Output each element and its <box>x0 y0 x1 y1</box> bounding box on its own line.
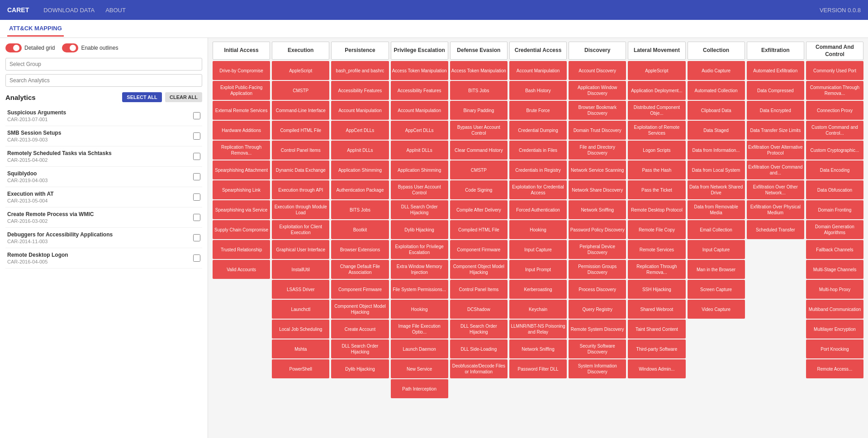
matrix-cell[interactable]: Network Service Scanning <box>569 160 626 179</box>
enable-outlines-toggle[interactable] <box>62 43 78 52</box>
matrix-cell[interactable]: Network Sniffing <box>569 200 626 219</box>
analytic-item[interactable]: Suspicious Arguments CAR-2013-07-001 <box>5 106 202 126</box>
matrix-cell[interactable]: Exploitation for Credential Access <box>509 180 567 199</box>
matrix-cell[interactable]: Application Deployment... <box>628 81 685 100</box>
matrix-cell[interactable]: SSH Hijacking <box>628 280 685 299</box>
matrix-cell[interactable]: Data Compressed <box>747 81 804 100</box>
matrix-cell[interactable]: New Service <box>391 359 448 378</box>
matrix-cell[interactable]: Data from Information... <box>688 141 745 160</box>
analytic-checkbox[interactable] <box>193 132 200 140</box>
matrix-cell[interactable]: Data from Local System <box>688 160 745 179</box>
matrix-cell[interactable]: DLL Search Order Hijacking <box>391 200 448 219</box>
matrix-cell[interactable]: Communication Through Remova... <box>806 81 863 100</box>
matrix-cell[interactable]: Hooking <box>509 220 567 239</box>
matrix-cell[interactable]: Fallback Channels <box>806 240 863 259</box>
matrix-cell[interactable]: Clear Command History <box>450 141 508 160</box>
matrix-cell[interactable]: PowerShell <box>272 359 329 378</box>
analytic-item[interactable]: SMB Session Setups CAR-2013-09-003 <box>5 126 202 146</box>
matrix-cell[interactable]: File System Permissions... <box>391 280 448 299</box>
matrix-cell[interactable]: Shared Webroot <box>628 300 685 319</box>
download-data-link[interactable]: DOWNLOAD DATA <box>43 7 95 14</box>
matrix-cell[interactable]: Control Panel Items <box>272 141 329 160</box>
matrix-cell[interactable]: Accessibility Features <box>391 81 448 100</box>
matrix-cell[interactable]: Access Token Manipulation <box>391 61 448 80</box>
matrix-cell[interactable]: AppInit DLLs <box>391 141 448 160</box>
matrix-cell[interactable]: Bootkit <box>331 220 389 239</box>
matrix-cell[interactable]: DLL Side-Loading <box>450 339 508 358</box>
matrix-cell[interactable]: Valid Accounts <box>213 260 270 279</box>
matrix-cell[interactable]: CMSTP <box>272 81 329 100</box>
analytic-item[interactable]: Debuggers for Accessibility Applications… <box>5 228 202 248</box>
matrix-cell[interactable]: Credentials in Files <box>509 141 567 160</box>
matrix-cell[interactable]: Custom Command and Control... <box>806 121 863 140</box>
matrix-cell[interactable]: Path Interception <box>391 379 448 398</box>
matrix-cell[interactable]: Launch Daemon <box>391 339 448 358</box>
matrix-cell[interactable]: Application Shimming <box>331 160 389 179</box>
matrix-cell[interactable]: AppCert DLLs <box>331 121 389 140</box>
matrix-cell[interactable]: Authentication Package <box>331 180 389 199</box>
matrix-cell[interactable]: Remote Desktop Protocol <box>628 200 685 219</box>
matrix-cell[interactable]: Compiled HTML File <box>450 220 508 239</box>
matrix-cell[interactable]: Browser Bookmark Discovery <box>569 101 626 120</box>
matrix-cell[interactable]: Exploit Public-Facing Application <box>213 81 270 100</box>
matrix-cell[interactable]: DLL Search Order Hijacking <box>331 339 389 358</box>
matrix-cell[interactable]: Input Capture <box>509 240 567 259</box>
matrix-cell[interactable]: Binary Padding <box>450 101 508 120</box>
matrix-cell[interactable]: Spearphishing via Service <box>213 200 270 219</box>
matrix-cell[interactable]: Spearphishing Attachment <box>213 160 270 179</box>
matrix-cell[interactable]: AppCert DLLs <box>391 121 448 140</box>
matrix-cell[interactable]: Multi-hop Proxy <box>806 280 863 299</box>
matrix-cell[interactable]: Network Sniffing <box>509 339 567 358</box>
matrix-cell[interactable]: Forced Authentication <box>509 200 567 219</box>
select-group-input[interactable] <box>5 58 202 71</box>
matrix-cell[interactable]: AppleScript <box>628 61 685 80</box>
matrix-cell[interactable]: Exfiltration Over Alternative Protocol <box>747 141 804 160</box>
matrix-cell[interactable]: Peripheral Device Discovery <box>569 240 626 259</box>
matrix-cell[interactable]: File and Directory Discovery <box>569 141 626 160</box>
matrix-cell[interactable]: Spearphishing Link <box>213 180 270 199</box>
matrix-cell[interactable]: Windows Admin... <box>628 359 685 378</box>
matrix-cell[interactable]: Pass the Ticket <box>628 180 685 199</box>
matrix-cell[interactable]: Network Share Discovery <box>569 180 626 199</box>
matrix-cell[interactable]: Multiband Communication <box>806 300 863 319</box>
analytic-checkbox[interactable] <box>193 234 200 241</box>
matrix-cell[interactable]: Data Transfer Size Limits <box>747 121 804 140</box>
analytic-item[interactable]: Execution with AT CAR-2013-05-004 <box>5 187 202 207</box>
matrix-cell[interactable]: LLMNR/NBT-NS Poisoning and Relay <box>509 320 567 339</box>
matrix-cell[interactable]: Account Manipulation <box>331 101 389 120</box>
matrix-cell[interactable]: Multilayer Encryption <box>806 320 863 339</box>
matrix-cell[interactable]: Data Obfuscation <box>806 180 863 199</box>
matrix-cell[interactable]: Change Default File Association <box>331 260 389 279</box>
matrix-cell[interactable]: Exfiltration Over Other Network... <box>747 180 804 199</box>
matrix-cell[interactable]: Automated Collection <box>688 81 745 100</box>
matrix-cell[interactable]: Domain Generation Algorithms <box>806 220 863 239</box>
matrix-cell[interactable]: Execution through API <box>272 180 329 199</box>
search-analytics-input[interactable] <box>5 74 202 87</box>
matrix-cell[interactable]: Keychain <box>509 300 567 319</box>
matrix-cell[interactable]: Extra Window Memory Injection <box>391 260 448 279</box>
select-all-button[interactable]: SELECT ALL <box>122 92 161 102</box>
matrix-cell[interactable]: Browser Extensions <box>331 240 389 259</box>
matrix-cell[interactable]: Dylib Hijacking <box>391 220 448 239</box>
matrix-cell[interactable]: Custom Cryptographic... <box>806 141 863 160</box>
analytic-checkbox[interactable] <box>193 193 200 201</box>
matrix-cell[interactable]: Domain Trust Discovery <box>569 121 626 140</box>
matrix-cell[interactable]: Hooking <box>391 300 448 319</box>
matrix-cell[interactable]: Query Registry <box>569 300 626 319</box>
tab-attck-mapping[interactable]: ATT&CK MAPPING <box>7 21 64 37</box>
matrix-cell[interactable]: Command-Line Interface <box>272 101 329 120</box>
matrix-cell[interactable]: Account Discovery <box>569 61 626 80</box>
matrix-cell[interactable]: Access Token Manipulation <box>450 61 508 80</box>
about-link[interactable]: ABOUT <box>105 7 126 14</box>
matrix-cell[interactable]: Code Signing <box>450 180 508 199</box>
matrix-cell[interactable]: Replication Through Remova... <box>628 260 685 279</box>
analytic-checkbox[interactable] <box>193 254 200 262</box>
matrix-cell[interactable]: Data from Network Shared Drive <box>688 180 745 199</box>
matrix-cell[interactable]: Local Job Scheduling <box>272 320 329 339</box>
matrix-cell[interactable]: Component Firmware <box>331 280 389 299</box>
clear-all-button[interactable]: CLEAR ALL <box>165 92 202 102</box>
matrix-cell[interactable]: Man in the Browser <box>688 260 745 279</box>
matrix-cell[interactable]: Remote System Discovery <box>569 320 626 339</box>
matrix-cell[interactable]: Create Account <box>331 320 389 339</box>
matrix-cell[interactable]: Component Object Model Hijacking <box>450 260 508 279</box>
